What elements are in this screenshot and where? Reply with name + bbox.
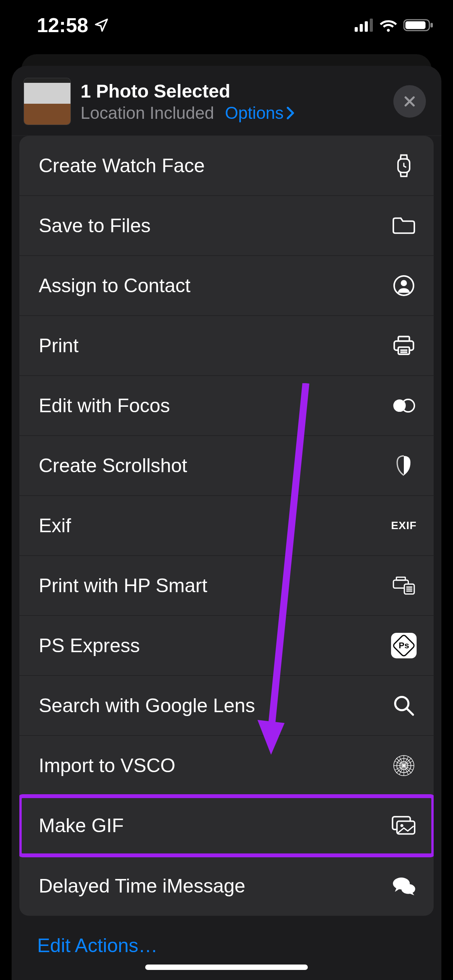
svg-rect-18 bbox=[396, 577, 405, 580]
search-icon bbox=[391, 693, 417, 718]
action-label: Save to Files bbox=[39, 214, 151, 237]
folder-icon bbox=[391, 213, 417, 238]
sheet-header: 1 Photo Selected Location Included Optio… bbox=[12, 66, 441, 136]
ps-icon: Ps bbox=[391, 633, 417, 658]
svg-rect-3 bbox=[370, 19, 373, 32]
chevron-right-icon bbox=[286, 106, 295, 120]
close-icon bbox=[403, 94, 417, 108]
action-print-hp-smart[interactable]: Print with HP Smart bbox=[19, 556, 434, 616]
action-exif[interactable]: Exif EXIF bbox=[19, 496, 434, 556]
svg-rect-6 bbox=[431, 23, 433, 27]
actions-list: Create Watch Face Save to Files Assign t… bbox=[19, 136, 434, 916]
focos-icon bbox=[391, 393, 417, 418]
action-import-vsco[interactable]: Import to VSCO bbox=[19, 736, 434, 796]
print-icon bbox=[391, 333, 417, 358]
action-label: Delayed Time iMessage bbox=[39, 875, 245, 897]
location-arrow-icon bbox=[94, 17, 109, 33]
svg-line-24 bbox=[407, 709, 413, 715]
action-label: Exif bbox=[39, 514, 71, 537]
options-label: Options bbox=[225, 103, 284, 123]
action-label: Print bbox=[39, 334, 79, 357]
action-print[interactable]: Print bbox=[19, 316, 434, 376]
action-edit-with-focos[interactable]: Edit with Focos bbox=[19, 376, 434, 436]
header-title: 1 Photo Selected bbox=[81, 81, 383, 102]
edit-actions-button[interactable]: Edit Actions… bbox=[12, 916, 441, 957]
battery-icon bbox=[403, 18, 434, 32]
watch-icon bbox=[391, 153, 417, 178]
action-label: Make GIF bbox=[39, 814, 124, 837]
action-label: Edit with Focos bbox=[39, 394, 170, 417]
action-google-lens[interactable]: Search with Google Lens bbox=[19, 676, 434, 736]
exif-icon: EXIF bbox=[391, 513, 417, 538]
wifi-icon bbox=[379, 18, 398, 32]
close-button[interactable] bbox=[393, 85, 426, 118]
svg-rect-2 bbox=[365, 21, 368, 32]
chat-icon bbox=[391, 873, 417, 899]
photo-thumbnail[interactable] bbox=[24, 78, 70, 125]
action-label: Print with HP Smart bbox=[39, 574, 207, 597]
action-create-scrollshot[interactable]: Create Scrollshot bbox=[19, 436, 434, 496]
contact-icon bbox=[391, 273, 417, 298]
svg-rect-5 bbox=[405, 21, 426, 29]
options-button[interactable]: Options bbox=[225, 103, 295, 123]
action-assign-to-contact[interactable]: Assign to Contact bbox=[19, 256, 434, 316]
cellular-icon bbox=[355, 19, 373, 32]
svg-point-9 bbox=[401, 280, 407, 286]
status-left: 12:58 bbox=[37, 14, 109, 37]
action-delayed-imessage[interactable]: Delayed Time iMessage bbox=[19, 856, 434, 916]
svg-rect-1 bbox=[360, 24, 363, 32]
svg-point-40 bbox=[402, 884, 415, 894]
home-indicator bbox=[145, 965, 308, 970]
scrollshot-icon bbox=[391, 453, 417, 478]
status-time: 12:58 bbox=[37, 14, 88, 37]
vsco-icon bbox=[391, 753, 417, 778]
status-bar: 12:58 bbox=[0, 0, 453, 50]
action-label: Assign to Contact bbox=[39, 274, 190, 297]
location-included-label: Location Included bbox=[81, 103, 214, 123]
action-label: Create Watch Face bbox=[39, 154, 205, 177]
action-create-watch-face[interactable]: Create Watch Face bbox=[19, 136, 434, 196]
action-label: PS Express bbox=[39, 634, 140, 657]
share-sheet: 1 Photo Selected Location Included Optio… bbox=[12, 66, 441, 980]
svg-rect-0 bbox=[355, 27, 358, 32]
header-text: 1 Photo Selected Location Included Optio… bbox=[81, 81, 383, 123]
svg-point-38 bbox=[400, 824, 403, 827]
gallery-icon bbox=[391, 813, 417, 838]
action-label: Create Scrollshot bbox=[39, 454, 187, 477]
action-label: Import to VSCO bbox=[39, 754, 175, 777]
action-make-gif[interactable]: Make GIF bbox=[19, 796, 434, 856]
action-label: Search with Google Lens bbox=[39, 694, 255, 717]
status-right bbox=[355, 18, 434, 32]
hp-print-icon bbox=[391, 573, 417, 598]
action-ps-express[interactable]: PS Express Ps bbox=[19, 616, 434, 676]
header-subtitle-row: Location Included Options bbox=[81, 103, 383, 123]
action-save-to-files[interactable]: Save to Files bbox=[19, 196, 434, 256]
